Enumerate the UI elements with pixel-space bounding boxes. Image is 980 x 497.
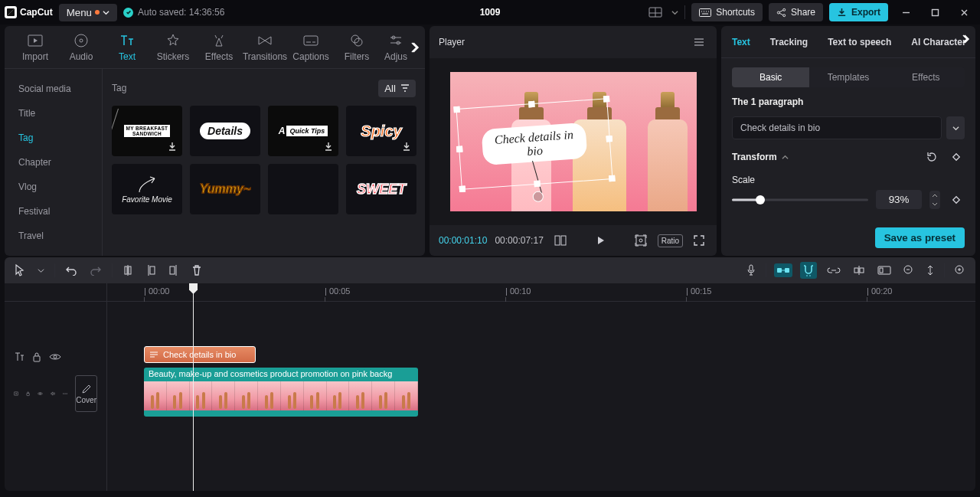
cat-vlog[interactable]: Vlog	[5, 175, 102, 199]
link-button[interactable]	[825, 264, 843, 276]
cat-chapter[interactable]: Chapter	[5, 150, 102, 175]
scale-value-input[interactable]	[876, 190, 922, 209]
tag-thumb-sweet[interactable]: SWEET	[346, 164, 416, 214]
select-tool[interactable]	[12, 262, 28, 279]
cover-button[interactable]: Cover	[75, 375, 97, 412]
tag-thumb-favorite[interactable]: Favorite Movie	[112, 164, 182, 214]
cat-travel[interactable]: Travel	[5, 224, 102, 248]
eye-icon[interactable]	[49, 352, 61, 361]
reframe-button[interactable]	[632, 231, 650, 250]
lock-icon[interactable]	[26, 388, 30, 399]
arrow-icon	[136, 175, 158, 194]
cat-tag[interactable]: Tag	[5, 126, 102, 150]
tag-thumb-blank[interactable]	[268, 164, 338, 214]
zoom-in-button[interactable]	[952, 263, 968, 278]
undo-button[interactable]	[63, 263, 80, 278]
inspector-more-button[interactable]	[962, 34, 972, 44]
player-menu-button[interactable]	[691, 34, 707, 50]
tab-adjustment[interactable]: Adjus	[380, 29, 412, 66]
tab-audio[interactable]: Audio	[58, 29, 104, 66]
tag-thumb-details[interactable]: Details	[190, 106, 260, 156]
text-content-input[interactable]: Check details in bio	[732, 116, 942, 139]
speaker-icon[interactable]	[51, 388, 55, 399]
captions-icon	[303, 33, 318, 48]
tab-transitions[interactable]: Transitions	[242, 29, 288, 66]
filter-all-button[interactable]: All	[378, 80, 416, 97]
more-icon[interactable]	[63, 392, 67, 395]
cat-festival[interactable]: Festival	[5, 199, 102, 224]
trim-left-button[interactable]	[143, 262, 158, 279]
seg-basic[interactable]: Basic	[732, 67, 809, 87]
preview-canvas[interactable]: Check details in bio	[450, 72, 697, 211]
tab-effects[interactable]: Effects	[196, 29, 242, 66]
delete-button[interactable]	[189, 262, 204, 279]
split-button[interactable]	[120, 262, 136, 279]
seg-templates[interactable]: Templates	[809, 67, 887, 87]
ratio-button[interactable]: Ratio	[658, 234, 683, 247]
layout-button[interactable]	[645, 4, 665, 21]
lock-icon[interactable]	[32, 351, 41, 362]
tag-thumb-yummy[interactable]: Yummy~	[190, 164, 260, 214]
menu-button[interactable]: Menu	[59, 4, 117, 21]
tab-filters[interactable]: Filters	[334, 29, 380, 66]
scale-stepper[interactable]	[929, 191, 940, 209]
selection-box[interactable]: Check details in bio	[456, 99, 612, 188]
tag-thumb-spicy[interactable]: Spicy	[346, 106, 416, 156]
tab-import[interactable]: Import	[12, 29, 58, 66]
rotate-handle-icon[interactable]	[532, 191, 544, 202]
compare-button[interactable]	[551, 232, 570, 249]
tag-thumb-quicktips[interactable]: AQuick Tips	[268, 106, 338, 156]
share-button[interactable]: Share	[769, 3, 823, 21]
stepper-up[interactable]	[929, 191, 940, 200]
scale-slider[interactable]	[732, 192, 868, 208]
project-title: 1009	[480, 7, 501, 18]
window-minimize-button[interactable]	[894, 2, 917, 23]
tag-thumb-breakfast[interactable]: MY BREAKFAST SANDWICH	[112, 106, 182, 156]
scale-keyframe-button[interactable]	[948, 191, 965, 208]
keyframe-button[interactable]	[948, 149, 965, 165]
timeline-tracks[interactable]: | 00:00| 00:05| 00:10| 00:15| 00:20 Chec…	[107, 283, 975, 491]
svg-rect-45	[777, 268, 782, 273]
preview-tl-button[interactable]	[875, 263, 893, 277]
timeline-ruler[interactable]: | 00:00| 00:05| 00:10| 00:15| 00:20	[107, 283, 975, 302]
download-icon	[323, 141, 335, 153]
tab-stickers[interactable]: Stickers	[150, 29, 196, 66]
svg-point-11	[783, 14, 786, 16]
magnet-button[interactable]	[800, 262, 817, 279]
window-close-button[interactable]	[952, 2, 975, 23]
insp-tab-text[interactable]: Text	[732, 37, 750, 47]
window-maximize-button[interactable]	[923, 2, 946, 23]
redo-button[interactable]	[87, 263, 104, 278]
tab-text[interactable]: Text	[104, 29, 150, 66]
shortcuts-button[interactable]: Shortcuts	[691, 3, 763, 21]
cat-social-media[interactable]: Social media	[5, 77, 102, 101]
reset-button[interactable]	[923, 149, 940, 165]
playhead[interactable]	[193, 283, 194, 491]
seg-effects[interactable]: Effects	[887, 67, 965, 87]
text-dropdown[interactable]	[946, 116, 965, 139]
video-clip[interactable]: Beauty, make-up and cosmetics product pr…	[144, 368, 418, 417]
ruler-tick: | 00:15	[686, 286, 711, 302]
snap-button[interactable]	[774, 263, 792, 277]
insp-tab-tts[interactable]: Text to speech	[828, 37, 891, 47]
divider	[684, 5, 685, 19]
trim-right-button[interactable]	[166, 262, 181, 279]
insp-tab-tracking[interactable]: Tracking	[770, 37, 808, 47]
align-button[interactable]	[851, 263, 867, 278]
tab-captions[interactable]: Captions	[288, 29, 334, 66]
play-button[interactable]	[592, 232, 609, 249]
fullscreen-button[interactable]	[691, 232, 707, 249]
select-dropdown[interactable]	[35, 265, 47, 276]
eye-icon[interactable]	[38, 389, 43, 398]
zoom-out-button[interactable]	[901, 263, 916, 278]
export-button[interactable]: Export	[829, 3, 888, 21]
tabs-more-button[interactable]	[410, 41, 422, 54]
cat-title[interactable]: Title	[5, 101, 102, 126]
insp-tab-aichar[interactable]: AI Character	[911, 37, 965, 47]
zoom-slider-handle[interactable]	[924, 263, 936, 278]
stepper-down[interactable]	[929, 200, 940, 209]
chevron-up-icon[interactable]	[782, 154, 789, 161]
mic-button[interactable]	[744, 262, 758, 279]
text-clip[interactable]: Check details in bio	[144, 346, 256, 363]
save-preset-button[interactable]: Save as preset	[875, 227, 965, 248]
